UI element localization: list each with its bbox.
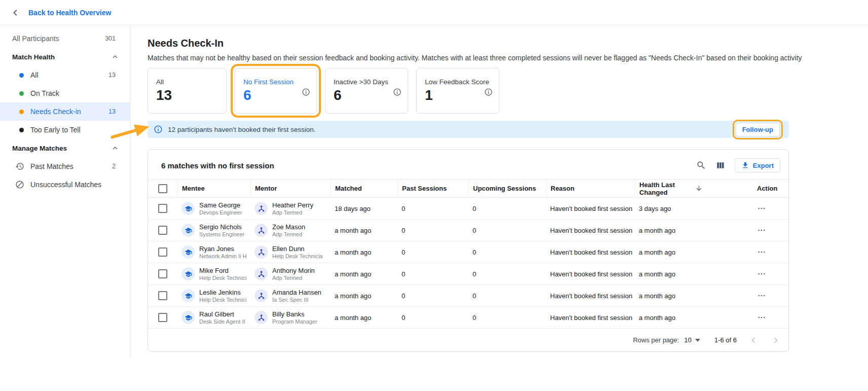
mentor-cell: Billy BanksProgram Manager (250, 310, 331, 325)
download-icon (741, 161, 749, 169)
upcoming-sessions-cell: 0 (468, 248, 546, 256)
mentee-avatar-icon (182, 267, 195, 280)
column-header-label: Past Sessions (402, 185, 447, 192)
mentee-cell: Raul GilbertDesk Side Agent II (177, 310, 250, 325)
app-body: All Participants 301 Match Health All13O… (0, 25, 868, 358)
row-checkbox[interactable] (158, 269, 167, 278)
health-last-changed-cell: a month ago (635, 248, 707, 256)
column-header-label: Action (757, 185, 777, 192)
status-dot-icon (19, 110, 24, 114)
stat-card-no-first-session[interactable]: No First Session6 (235, 68, 317, 114)
back-link[interactable]: Back to Health Overview (28, 9, 111, 17)
column-header-action[interactable]: Action (753, 180, 788, 197)
stat-card-inactive-30-days[interactable]: Inactive >30 Days6 (325, 68, 408, 114)
health-last-changed-cell: 3 days ago (635, 205, 707, 212)
matched-cell: a month ago (331, 314, 397, 322)
column-header-past-sessions[interactable]: Past Sessions (397, 180, 468, 197)
mentee-name: Raul Gilbert (199, 310, 245, 318)
status-dot-icon (19, 91, 24, 96)
sidebar-item-needs-check-in[interactable]: Needs Check-in13 (0, 102, 130, 121)
row-checkbox[interactable] (158, 313, 167, 322)
upcoming-sessions-cell: 0 (468, 270, 546, 278)
row-select-cell (148, 247, 177, 257)
mentee-role: Systems Engineer IV (199, 231, 246, 237)
info-icon[interactable] (393, 88, 402, 96)
sidebar-item-all-participants[interactable]: All Participants 301 (0, 29, 130, 48)
reason-cell: Haven't booked first session (546, 227, 635, 234)
chevron-up-icon (111, 52, 120, 61)
row-checkbox[interactable] (158, 226, 167, 235)
row-actions-button[interactable] (757, 204, 784, 213)
column-header-health-last-changed[interactable]: Health Last Changed (635, 180, 707, 197)
row-checkbox[interactable] (158, 247, 167, 257)
reason-cell: Haven't booked first session (546, 292, 635, 300)
mentee-role: Desk Side Agent II (199, 318, 245, 325)
row-actions-button[interactable] (757, 291, 784, 300)
mentee-cell: Mike FordHelp Desk Technicia (177, 267, 250, 281)
row-checkbox[interactable] (158, 291, 167, 300)
mentor-cell: Ellen DunnHelp Desk Technicia (250, 245, 331, 259)
mentee-avatar-icon (182, 245, 195, 259)
stat-card-all[interactable]: All13 (148, 68, 227, 114)
reason-cell: Haven't booked first session (546, 314, 635, 322)
past-sessions-cell: 0 (397, 205, 468, 212)
row-select-cell (148, 313, 177, 322)
info-icon[interactable] (302, 88, 310, 96)
row-select-cell (148, 204, 177, 213)
row-actions-button[interactable] (757, 269, 784, 278)
follow-up-button[interactable]: Follow-up (736, 123, 780, 136)
rows-per-page-select[interactable]: 10 (684, 336, 700, 344)
column-header-reason[interactable]: Reason (546, 180, 635, 197)
column-header-mentee[interactable]: Mentee (177, 180, 250, 197)
previous-page-button[interactable] (748, 335, 759, 346)
sidebar-item-all[interactable]: All13 (0, 66, 130, 84)
mentee-role: Devops Engineer (199, 209, 242, 216)
sidebar-item-label: All (30, 71, 104, 79)
row-checkbox[interactable] (158, 204, 167, 213)
matched-cell: a month ago (331, 270, 397, 278)
column-header-upcoming-sessions[interactable]: Upcoming Sessions (468, 180, 546, 197)
column-header-matched[interactable]: Matched (331, 180, 397, 197)
column-header-label: Mentor (255, 185, 277, 192)
sidebar-item-past-matches[interactable]: Past Matches2 (0, 157, 130, 175)
sort-descending-icon[interactable] (695, 185, 703, 192)
table-row: Sergio NicholsSystems Engineer IVZoe Mas… (148, 220, 788, 241)
select-all-checkbox[interactable] (158, 184, 167, 193)
main-content: Needs Check-In Matches that may not be h… (130, 25, 789, 358)
mentee-role: Help Desk Technicia (199, 297, 246, 303)
sidebar-item-unsuccessful-matches[interactable]: Unsuccessful Matches (0, 175, 130, 194)
row-actions-button[interactable] (757, 247, 784, 257)
column-header-label: Mentee (182, 185, 205, 192)
columns-icon[interactable] (715, 160, 726, 170)
row-actions-button[interactable] (757, 226, 784, 235)
row-actions-button[interactable] (757, 313, 784, 322)
mentor-role: Adp Termed (272, 231, 305, 237)
search-icon[interactable] (696, 160, 706, 170)
column-header-label: Reason (551, 185, 574, 192)
column-header-mentor[interactable]: Mentor (250, 180, 331, 197)
health-last-changed-cell: a month ago (635, 270, 707, 278)
section-match-health[interactable]: Match Health (0, 48, 130, 66)
mentee-cell: Ryan JonesNetwork Admin Ii Ho (177, 245, 250, 259)
table-row: Ryan JonesNetwork Admin Ii HoEllen DunnH… (148, 241, 788, 263)
mentor-name: Zoe Mason (272, 223, 305, 231)
info-icon[interactable] (484, 88, 493, 96)
next-page-button[interactable] (770, 335, 781, 346)
topbar: Back to Health Overview (0, 0, 868, 25)
info-banner: 12 participants haven't booked their fir… (148, 121, 789, 138)
sidebar-item-count: 2 (112, 163, 116, 170)
table-row: Raul GilbertDesk Side Agent IIBilly Bank… (148, 307, 788, 329)
stat-card-label: Low Feedback Score (425, 78, 493, 86)
mentor-name: Amanda Hansen (272, 289, 321, 296)
past-sessions-cell: 0 (397, 270, 468, 278)
sidebar-item-on-track[interactable]: On Track (0, 84, 130, 102)
status-dot-icon (19, 128, 24, 132)
stat-card-low-feedback-score[interactable]: Low Feedback Score1 (416, 68, 499, 114)
back-arrow-icon[interactable] (9, 7, 21, 19)
chevron-right-icon (770, 335, 781, 346)
mentee-cell: Same GeorgeDevops Engineer (177, 201, 250, 216)
mentor-avatar-icon (255, 245, 268, 259)
export-button[interactable]: Export (735, 158, 780, 172)
matched-cell: a month ago (331, 292, 397, 300)
mentor-name: Anthony Morin (272, 267, 315, 274)
